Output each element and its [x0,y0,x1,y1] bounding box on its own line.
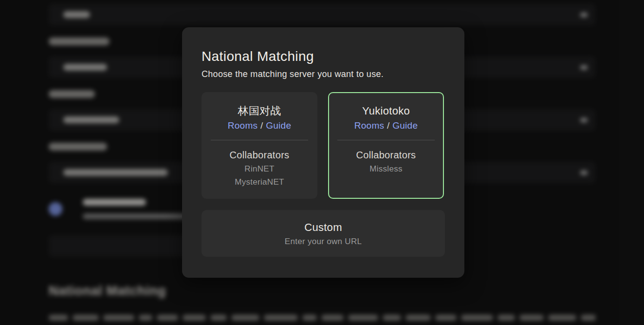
links-separator: / [387,120,390,131]
dialog-subtitle: Choose the matching server you want to u… [202,69,445,79]
server-card-linguo[interactable]: 林国对战 Rooms / Guide Collaborators RinNET … [202,92,317,199]
server-name: Yukiotoko [329,104,443,118]
server-options-row: 林国对战 Rooms / Guide Collaborators RinNET … [202,92,445,199]
guide-link[interactable]: Guide [392,120,418,131]
card-divider [211,140,308,140]
collaborators-heading: Collaborators [329,150,443,161]
collaborator-name: MysteriaNET [202,175,317,189]
server-links: Rooms / Guide [329,120,443,131]
national-matching-dialog: National Matching Choose the matching se… [182,27,464,278]
collaborators-list: Missless [329,162,443,175]
custom-server-card[interactable]: Custom Enter your own URL [202,210,445,257]
server-links: Rooms / Guide [202,120,317,131]
card-divider [337,140,435,140]
custom-title: Custom [202,221,445,234]
server-card-yukiotoko-selected[interactable]: Yukiotoko Rooms / Guide Collaborators Mi… [328,92,444,199]
collaborator-name: RinNET [202,162,317,175]
custom-subtitle: Enter your own URL [202,237,445,247]
server-name: 林国对战 [202,104,317,118]
guide-link[interactable]: Guide [266,120,291,131]
dialog-title: National Matching [202,49,445,64]
rooms-link[interactable]: Rooms [228,120,258,131]
collaborators-heading: Collaborators [202,150,317,161]
rooms-link[interactable]: Rooms [354,120,385,131]
collaborators-list: RinNET MysteriaNET [202,162,317,189]
links-separator: / [260,120,263,131]
collaborator-name: Missless [329,162,443,175]
